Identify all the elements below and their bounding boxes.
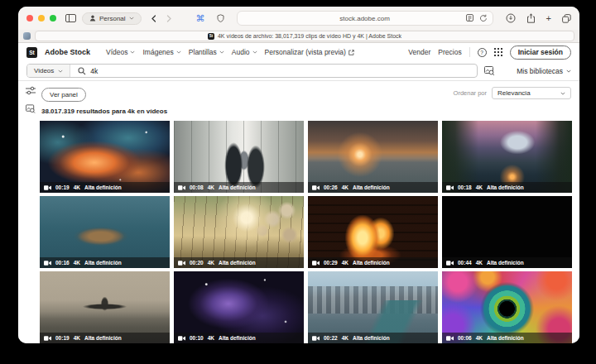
video-thumbnail-psychedelic-eye[interactable]: 00:06 4K Alta definición xyxy=(442,271,572,343)
video-camera-icon xyxy=(312,261,320,266)
sort-select[interactable]: Relevancia xyxy=(492,87,571,99)
video-badge: 00:44 4K Alta definición xyxy=(442,257,572,268)
browser-toolbar: Personal ⌘ stock.adobe.com xyxy=(18,7,579,30)
video-quality: Alta definición xyxy=(219,260,256,266)
video-resolution: 4K xyxy=(342,184,348,190)
video-duration: 00:06 xyxy=(458,335,472,341)
tab-overview-icon[interactable] xyxy=(562,14,571,23)
back-button[interactable] xyxy=(151,15,156,22)
translate-icon[interactable] xyxy=(466,14,473,22)
adobe-stock-logo[interactable]: St xyxy=(26,47,37,58)
video-quality: Alta definición xyxy=(353,260,390,266)
nav-item-imagenes[interactable]: Imágenes xyxy=(142,48,180,56)
video-duration: 00:26 xyxy=(324,184,338,190)
nav-item-plantillas[interactable]: Plantillas xyxy=(189,48,224,56)
video-quality: Alta definición xyxy=(487,260,524,266)
chevron-down-icon xyxy=(130,50,135,54)
video-quality: Alta definición xyxy=(487,335,524,341)
video-duration: 00:20 xyxy=(190,260,204,266)
video-thumbnail-city-river[interactable]: 00:22 4K Alta definición xyxy=(308,271,438,343)
external-link-icon xyxy=(348,50,354,55)
sell-link[interactable]: Vender xyxy=(408,48,430,56)
video-quality: Alta definición xyxy=(353,335,390,341)
active-tab[interactable]: St 4K vídeos de archivo: 38,017,319 clip… xyxy=(35,31,574,41)
video-duration: 00:29 xyxy=(324,260,338,266)
sign-in-button[interactable]: Iniciar sesión xyxy=(510,46,571,60)
search-category-select[interactable]: Videos xyxy=(27,65,70,77)
video-thumbnail-airplane[interactable]: 00:19 4K Alta definición xyxy=(40,271,170,343)
video-badge: 00:20 4K Alta definición xyxy=(174,257,304,268)
video-badge: 00:06 4K Alta definición xyxy=(442,333,572,343)
extension-icon-shield[interactable] xyxy=(217,14,224,22)
video-badge: 00:16 4K Alta definición xyxy=(40,257,170,268)
tab-favicon: St xyxy=(208,33,214,40)
new-tab-icon[interactable]: + xyxy=(546,14,551,23)
profile-switcher[interactable]: Personal xyxy=(82,12,142,25)
video-thumbnail-fireplace[interactable]: 00:29 4K Alta definición xyxy=(308,196,438,268)
nav-item-videos[interactable]: Vídeos xyxy=(106,48,135,56)
search-query: 4k xyxy=(90,67,98,75)
sort-by-label: Ordenar por xyxy=(454,89,487,97)
video-thumbnail-nebula[interactable]: 00:19 4K Alta definición xyxy=(40,121,170,193)
video-duration: 00:08 xyxy=(190,184,204,190)
help-icon[interactable]: ? xyxy=(478,48,487,57)
video-duration: 00:19 xyxy=(55,184,70,190)
video-resolution: 4K xyxy=(208,184,214,190)
brand-name[interactable]: Adobe Stock xyxy=(45,48,90,56)
video-badge: 00:29 4K Alta definición xyxy=(308,257,438,268)
my-libraries-dropdown[interactable]: Mis bibliotecas xyxy=(517,67,571,75)
video-duration: 00:22 xyxy=(324,335,338,341)
video-thumbnail-beach-sunset[interactable]: 00:26 4K Alta definición xyxy=(308,121,438,193)
video-camera-icon xyxy=(178,261,185,266)
video-badge: 00:18 4K Alta definición xyxy=(442,182,572,193)
search-bar: Videos 4k xyxy=(26,64,478,78)
video-quality: Alta definición xyxy=(487,184,524,190)
zoom-window-button[interactable] xyxy=(50,15,56,22)
video-quality: Alta definición xyxy=(219,335,256,341)
video-thumbnail-thistles[interactable]: 00:20 4K Alta definición xyxy=(174,196,304,268)
nav-item-personalizar[interactable]: Personalizar (vista previa) xyxy=(265,48,354,56)
video-badge: 00:19 4K Alta definición xyxy=(40,333,170,343)
chevron-down-icon xyxy=(566,69,571,73)
video-resolution: 4K xyxy=(208,260,214,266)
video-camera-icon xyxy=(44,336,51,341)
search-icon xyxy=(78,67,86,75)
video-thumbnail-purple-nebula[interactable]: 00:10 4K Alta definición xyxy=(174,271,304,343)
pricing-link[interactable]: Precios xyxy=(438,48,461,56)
video-thumbnail-island-aerial[interactable]: 00:16 4K Alta definición xyxy=(40,196,170,268)
video-badge: 00:22 4K Alta definición xyxy=(308,333,438,343)
video-resolution: 4K xyxy=(74,335,80,341)
video-thumbnail-mountain-camp[interactable]: 00:18 4K Alta definición xyxy=(442,121,572,193)
video-duration: 00:44 xyxy=(458,260,472,266)
sidebar-icon[interactable] xyxy=(65,14,76,22)
pinned-tab-favicon[interactable] xyxy=(23,32,31,40)
video-badge: 00:08 4K Alta definición xyxy=(174,182,304,193)
reload-icon[interactable] xyxy=(479,14,488,22)
video-thumbnail-black-frame[interactable]: 00:44 4K Alta definición xyxy=(442,196,572,268)
minimize-window-button[interactable] xyxy=(38,15,45,22)
video-duration: 00:16 xyxy=(55,260,70,266)
video-camera-icon xyxy=(446,261,454,266)
profile-label: Personal xyxy=(99,15,126,22)
forward-button[interactable] xyxy=(166,15,172,22)
video-thumbnail-people-walkway[interactable]: 00:08 4K Alta definición xyxy=(174,121,304,193)
extension-icon-blue[interactable]: ⌘ xyxy=(196,14,205,23)
video-duration: 00:10 xyxy=(190,335,204,341)
video-duration: 00:18 xyxy=(458,184,472,190)
results-toolbar: Ver panel 38.017.319 resultados para 4k … xyxy=(18,81,579,121)
search-row: Videos 4k Mis bibliotecas xyxy=(18,61,579,81)
address-bar[interactable]: stock.adobe.com xyxy=(237,11,493,26)
video-resolution: 4K xyxy=(74,184,80,190)
show-panel-button[interactable]: Ver panel xyxy=(41,88,86,102)
video-quality: Alta definición xyxy=(219,184,256,190)
apps-grid-icon[interactable] xyxy=(494,48,502,56)
search-input[interactable]: 4k xyxy=(70,67,105,75)
visual-search-icon[interactable] xyxy=(26,104,36,113)
close-window-button[interactable] xyxy=(26,15,33,22)
share-icon[interactable] xyxy=(526,13,536,23)
nav-item-audio[interactable]: Audio xyxy=(232,48,257,56)
filters-icon[interactable] xyxy=(26,86,36,95)
search-by-image-icon[interactable] xyxy=(484,66,495,75)
video-resolution: 4K xyxy=(476,335,483,341)
downloads-icon[interactable] xyxy=(506,13,516,23)
